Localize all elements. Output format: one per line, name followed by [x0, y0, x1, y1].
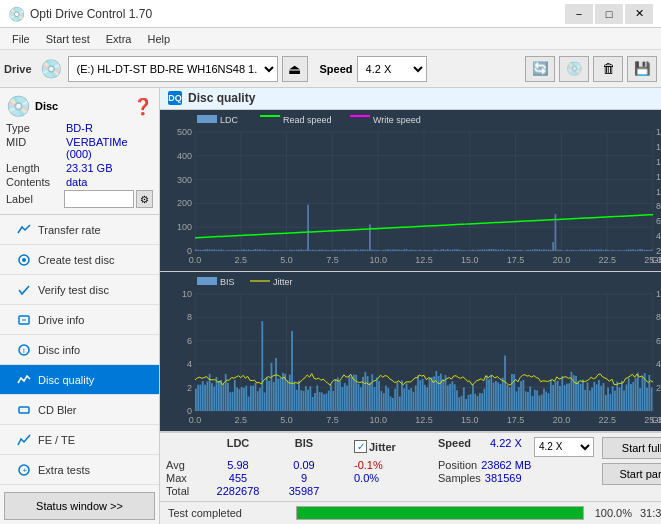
- fe-te-icon: [16, 432, 32, 448]
- sidebar: 💿 Disc ❓ Type BD-R MID VERBATIMe (000) L…: [0, 88, 160, 524]
- nav-disc-quality[interactable]: Disc quality: [0, 365, 159, 395]
- ldc-chart-container: [160, 110, 661, 272]
- nav-drive-info-label: Drive info: [38, 314, 84, 326]
- disc-contents-row: Contents data: [6, 176, 153, 188]
- close-button[interactable]: ✕: [625, 4, 653, 24]
- start-full-button[interactable]: Start full: [602, 437, 661, 459]
- nav-extra-tests[interactable]: + Extra tests: [0, 455, 159, 485]
- toolbar-disc-button[interactable]: 💿: [559, 56, 589, 82]
- disc-help-icon[interactable]: ❓: [133, 97, 153, 116]
- menu-extra[interactable]: Extra: [98, 31, 140, 47]
- bis-chart-container: [160, 272, 661, 432]
- minimize-button[interactable]: −: [565, 4, 593, 24]
- max-jitter: 0.0%: [354, 472, 434, 484]
- nav-create-test-disc-label: Create test disc: [38, 254, 114, 266]
- disc-length-label: Length: [6, 162, 66, 174]
- jitter-label: Jitter: [369, 441, 396, 453]
- max-ldc: 455: [202, 472, 274, 484]
- nav-transfer-rate-label: Transfer rate: [38, 224, 101, 236]
- nav-cd-bler-label: CD Bler: [38, 404, 77, 416]
- progress-status: Test completed: [168, 507, 288, 519]
- stats-spacer: [166, 437, 202, 457]
- disc-mid-label: MID: [6, 136, 66, 160]
- create-test-disc-icon: [16, 252, 32, 268]
- toolbar: Drive 💿 (E:) HL-DT-ST BD-RE WH16NS48 1.D…: [0, 50, 661, 88]
- avg-label: Avg: [166, 459, 202, 471]
- start-part-button[interactable]: Start part: [602, 463, 661, 485]
- max-bis: 9: [274, 472, 334, 484]
- nav-transfer-rate[interactable]: Transfer rate: [0, 215, 159, 245]
- window-title: Opti Drive Control 1.70: [30, 7, 565, 21]
- start-buttons: Start full Start part: [602, 437, 661, 485]
- jitter-checkbox-row: ✓ Jitter: [354, 437, 434, 457]
- max-label: Max: [166, 472, 202, 484]
- avg-spacer: [334, 459, 354, 471]
- nav-fe-te-label: FE / TE: [38, 434, 75, 446]
- toolbar-erase-button[interactable]: 🗑: [593, 56, 623, 82]
- verify-test-disc-icon: [16, 282, 32, 298]
- svg-rect-6: [19, 407, 29, 413]
- bis-chart: [160, 272, 661, 431]
- disc-label-row: Label ⚙: [6, 190, 153, 208]
- menu-help[interactable]: Help: [139, 31, 178, 47]
- menu-start-test[interactable]: Start test: [38, 31, 98, 47]
- drive-select[interactable]: (E:) HL-DT-ST BD-RE WH16NS48 1.D3: [68, 56, 278, 82]
- drive-info-icon: [16, 312, 32, 328]
- speed-value-header: 4.22 X: [490, 437, 530, 457]
- disc-length-value: 23.31 GB: [66, 162, 153, 174]
- progress-bar-inner: [297, 507, 583, 519]
- position-label: Position: [438, 459, 477, 471]
- stats-bis-header: BIS: [274, 437, 334, 457]
- eject-button[interactable]: ⏏: [282, 56, 308, 82]
- disc-label-button[interactable]: ⚙: [136, 190, 153, 208]
- stats-total-row: Total 2282678 35987: [166, 485, 594, 497]
- charts-area: [160, 110, 661, 432]
- avg-ldc: 5.98: [202, 459, 274, 471]
- nav-fe-te[interactable]: FE / TE: [0, 425, 159, 455]
- nav-create-test-disc[interactable]: Create test disc: [0, 245, 159, 275]
- nav-disc-info[interactable]: i Disc info: [0, 335, 159, 365]
- progress-bar-outer: [296, 506, 584, 520]
- disc-info-icon: i: [16, 342, 32, 358]
- stats-ldc-header: LDC: [202, 437, 274, 457]
- status-window-button[interactable]: Status window >>: [4, 492, 155, 520]
- speed-select-stats[interactable]: 4.2 X: [534, 437, 594, 457]
- extra-tests-icon: +: [16, 462, 32, 478]
- nav-extra-tests-label: Extra tests: [38, 464, 90, 476]
- maximize-button[interactable]: □: [595, 4, 623, 24]
- svg-point-1: [22, 258, 26, 262]
- toolbar-refresh-button[interactable]: 🔄: [525, 56, 555, 82]
- transfer-rate-icon: [16, 222, 32, 238]
- progress-time: 31:31: [640, 507, 661, 519]
- svg-text:i: i: [23, 346, 25, 355]
- svg-text:+: +: [23, 466, 28, 475]
- ldc-chart: [160, 110, 661, 271]
- menu-file[interactable]: File: [4, 31, 38, 47]
- title-bar: 💿 Opti Drive Control 1.70 − □ ✕: [0, 0, 661, 28]
- disc-panel-icon: 💿: [6, 94, 31, 118]
- speed-select[interactable]: 4.2 X: [357, 56, 427, 82]
- nav-verify-test-disc[interactable]: Verify test disc: [0, 275, 159, 305]
- drive-label: Drive: [4, 63, 32, 75]
- disc-contents-label: Contents: [6, 176, 66, 188]
- avg-jitter: -0.1%: [354, 459, 434, 471]
- disc-length-row: Length 23.31 GB: [6, 162, 153, 174]
- disc-label-input[interactable]: [64, 190, 134, 208]
- nav-disc-info-label: Disc info: [38, 344, 80, 356]
- toolbar-save-button[interactable]: 💾: [627, 56, 657, 82]
- stats-spacer2: [334, 437, 354, 457]
- stats-content: LDC BIS ✓ Jitter Speed 4.22 X 4.2 X: [166, 437, 661, 497]
- disc-mid-row: MID VERBATIMe (000): [6, 136, 153, 160]
- jitter-checkbox[interactable]: ✓: [354, 440, 367, 453]
- disc-quality-icon: [16, 372, 32, 388]
- disc-type-value: BD-R: [66, 122, 153, 134]
- disc-quality-header: DQ Disc quality: [160, 88, 661, 110]
- disc-quality-header-icon: DQ: [168, 91, 182, 105]
- progress-percent: 100.0%: [592, 507, 632, 519]
- nav-drive-info[interactable]: Drive info: [0, 305, 159, 335]
- total-label: Total: [166, 485, 202, 497]
- disc-quality-title: Disc quality: [188, 91, 255, 105]
- nav-cd-bler[interactable]: CD Bler: [0, 395, 159, 425]
- drive-disc-icon: 💿: [40, 58, 62, 80]
- speed-label: Speed: [320, 63, 353, 75]
